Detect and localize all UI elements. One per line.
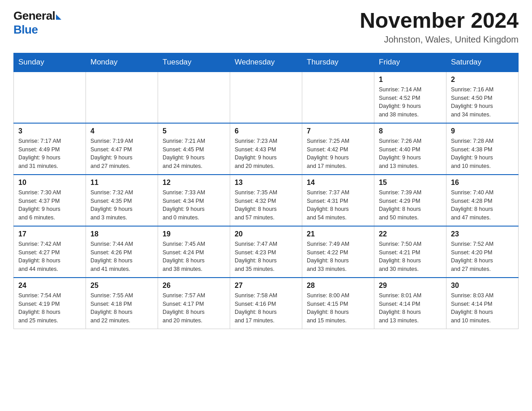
- day-number: 2: [451, 76, 514, 84]
- day-number: 5: [163, 127, 225, 135]
- day-number: 30: [451, 282, 514, 290]
- day-info: Sunrise: 7:16 AM Sunset: 4:50 PM Dayligh…: [451, 86, 514, 119]
- logo: General Blue: [13, 9, 61, 37]
- day-info: Sunrise: 7:49 AM Sunset: 4:22 PM Dayligh…: [307, 240, 369, 274]
- calendar-day-cell: 16Sunrise: 7:40 AM Sunset: 4:28 PM Dayli…: [446, 175, 519, 226]
- calendar-day-cell: 19Sunrise: 7:45 AM Sunset: 4:24 PM Dayli…: [158, 226, 230, 278]
- calendar-day-cell: 17Sunrise: 7:42 AM Sunset: 4:27 PM Dayli…: [14, 226, 86, 278]
- calendar-day-cell: 11Sunrise: 7:32 AM Sunset: 4:35 PM Dayli…: [86, 175, 158, 226]
- day-info: Sunrise: 7:25 AM Sunset: 4:42 PM Dayligh…: [307, 137, 369, 171]
- day-info: Sunrise: 7:37 AM Sunset: 4:31 PM Dayligh…: [307, 188, 369, 222]
- calendar-day-cell: 18Sunrise: 7:44 AM Sunset: 4:26 PM Dayli…: [86, 226, 158, 278]
- calendar-day-cell: 14Sunrise: 7:37 AM Sunset: 4:31 PM Dayli…: [302, 175, 374, 226]
- calendar-day-cell: 21Sunrise: 7:49 AM Sunset: 4:22 PM Dayli…: [302, 226, 374, 278]
- day-number: 28: [307, 282, 369, 290]
- calendar-day-cell: 10Sunrise: 7:30 AM Sunset: 4:37 PM Dayli…: [14, 175, 86, 226]
- day-info: Sunrise: 7:52 AM Sunset: 4:20 PM Dayligh…: [451, 240, 514, 274]
- day-number: 17: [18, 230, 81, 238]
- day-number: 8: [379, 127, 442, 135]
- calendar-day-cell: 15Sunrise: 7:39 AM Sunset: 4:29 PM Dayli…: [374, 175, 446, 226]
- day-info: Sunrise: 7:30 AM Sunset: 4:37 PM Dayligh…: [18, 188, 81, 222]
- location-subtitle: Johnston, Wales, United Kingdom: [360, 34, 519, 45]
- calendar-day-header: Monday: [86, 53, 158, 72]
- day-info: Sunrise: 7:42 AM Sunset: 4:27 PM Dayligh…: [18, 240, 81, 274]
- day-number: 11: [90, 179, 153, 187]
- calendar-day-cell: 4Sunrise: 7:19 AM Sunset: 4:47 PM Daylig…: [86, 123, 158, 175]
- calendar-week-row: 17Sunrise: 7:42 AM Sunset: 4:27 PM Dayli…: [14, 226, 519, 278]
- day-info: Sunrise: 7:17 AM Sunset: 4:49 PM Dayligh…: [18, 137, 81, 171]
- calendar-day-cell: [86, 72, 158, 123]
- calendar-day-cell: 6Sunrise: 7:23 AM Sunset: 4:43 PM Daylig…: [230, 123, 302, 175]
- day-number: 4: [90, 127, 153, 135]
- calendar-day-cell: 13Sunrise: 7:35 AM Sunset: 4:32 PM Dayli…: [230, 175, 302, 226]
- day-info: Sunrise: 7:54 AM Sunset: 4:19 PM Dayligh…: [18, 291, 81, 325]
- calendar-day-cell: 12Sunrise: 7:33 AM Sunset: 4:34 PM Dayli…: [158, 175, 230, 226]
- day-info: Sunrise: 7:50 AM Sunset: 4:21 PM Dayligh…: [379, 240, 442, 274]
- day-info: Sunrise: 7:35 AM Sunset: 4:32 PM Dayligh…: [235, 188, 297, 222]
- calendar-day-cell: 8Sunrise: 7:26 AM Sunset: 4:40 PM Daylig…: [374, 123, 446, 175]
- month-title: November 2024: [360, 9, 519, 33]
- day-number: 22: [379, 230, 442, 238]
- logo-arrow-icon: [56, 14, 61, 20]
- calendar-day-header: Tuesday: [158, 53, 230, 72]
- day-info: Sunrise: 8:01 AM Sunset: 4:14 PM Dayligh…: [379, 291, 442, 325]
- day-number: 19: [163, 230, 225, 238]
- calendar-day-cell: 5Sunrise: 7:21 AM Sunset: 4:45 PM Daylig…: [158, 123, 230, 175]
- day-number: 1: [379, 76, 442, 84]
- day-info: Sunrise: 7:39 AM Sunset: 4:29 PM Dayligh…: [379, 188, 442, 222]
- calendar-day-cell: 29Sunrise: 8:01 AM Sunset: 4:14 PM Dayli…: [374, 278, 446, 329]
- calendar-day-cell: 22Sunrise: 7:50 AM Sunset: 4:21 PM Dayli…: [374, 226, 446, 278]
- day-info: Sunrise: 7:32 AM Sunset: 4:35 PM Dayligh…: [90, 188, 153, 222]
- day-info: Sunrise: 7:26 AM Sunset: 4:40 PM Dayligh…: [379, 137, 442, 171]
- day-info: Sunrise: 7:45 AM Sunset: 4:24 PM Dayligh…: [163, 240, 225, 274]
- calendar-day-cell: 20Sunrise: 7:47 AM Sunset: 4:23 PM Dayli…: [230, 226, 302, 278]
- day-info: Sunrise: 7:19 AM Sunset: 4:47 PM Dayligh…: [90, 137, 153, 171]
- calendar-table: SundayMondayTuesdayWednesdayThursdayFrid…: [13, 53, 519, 329]
- calendar-header-row: SundayMondayTuesdayWednesdayThursdayFrid…: [14, 53, 519, 72]
- day-info: Sunrise: 7:58 AM Sunset: 4:16 PM Dayligh…: [235, 291, 297, 325]
- day-info: Sunrise: 7:55 AM Sunset: 4:18 PM Dayligh…: [90, 291, 153, 325]
- day-number: 12: [163, 179, 225, 187]
- calendar-day-header: Thursday: [302, 53, 374, 72]
- calendar-week-row: 10Sunrise: 7:30 AM Sunset: 4:37 PM Dayli…: [14, 175, 519, 226]
- calendar-day-cell: 1Sunrise: 7:14 AM Sunset: 4:52 PM Daylig…: [374, 72, 446, 123]
- day-info: Sunrise: 8:00 AM Sunset: 4:15 PM Dayligh…: [307, 291, 369, 325]
- day-number: 15: [379, 179, 442, 187]
- day-number: 26: [163, 282, 225, 290]
- page-header: General Blue November 2024 Johnston, Wal…: [13, 9, 519, 45]
- day-info: Sunrise: 7:40 AM Sunset: 4:28 PM Dayligh…: [451, 188, 514, 222]
- day-info: Sunrise: 7:57 AM Sunset: 4:17 PM Dayligh…: [163, 291, 225, 325]
- calendar-day-cell: [302, 72, 374, 123]
- calendar-week-row: 1Sunrise: 7:14 AM Sunset: 4:52 PM Daylig…: [14, 72, 519, 123]
- day-number: 21: [307, 230, 369, 238]
- day-number: 25: [90, 282, 153, 290]
- day-info: Sunrise: 7:21 AM Sunset: 4:45 PM Dayligh…: [163, 137, 225, 171]
- calendar-day-cell: 23Sunrise: 7:52 AM Sunset: 4:20 PM Dayli…: [446, 226, 519, 278]
- day-number: 20: [235, 230, 297, 238]
- day-number: 29: [379, 282, 442, 290]
- day-number: 18: [90, 230, 153, 238]
- logo-general-text: General: [13, 9, 55, 23]
- calendar-day-header: Saturday: [446, 53, 519, 72]
- day-number: 16: [451, 179, 514, 187]
- calendar-day-cell: 2Sunrise: 7:16 AM Sunset: 4:50 PM Daylig…: [446, 72, 519, 123]
- day-number: 9: [451, 127, 514, 135]
- day-info: Sunrise: 7:33 AM Sunset: 4:34 PM Dayligh…: [163, 188, 225, 222]
- calendar-day-cell: 27Sunrise: 7:58 AM Sunset: 4:16 PM Dayli…: [230, 278, 302, 329]
- day-info: Sunrise: 7:23 AM Sunset: 4:43 PM Dayligh…: [235, 137, 297, 171]
- day-number: 14: [307, 179, 369, 187]
- calendar-day-header: Friday: [374, 53, 446, 72]
- calendar-day-cell: 30Sunrise: 8:03 AM Sunset: 4:14 PM Dayli…: [446, 278, 519, 329]
- day-number: 23: [451, 230, 514, 238]
- day-number: 7: [307, 127, 369, 135]
- day-info: Sunrise: 7:14 AM Sunset: 4:52 PM Dayligh…: [379, 86, 442, 119]
- calendar-day-header: Sunday: [14, 53, 86, 72]
- day-number: 3: [18, 127, 81, 135]
- calendar-day-cell: [158, 72, 230, 123]
- calendar-day-cell: 26Sunrise: 7:57 AM Sunset: 4:17 PM Dayli…: [158, 278, 230, 329]
- calendar-day-cell: [230, 72, 302, 123]
- day-number: 6: [235, 127, 297, 135]
- title-block: November 2024 Johnston, Wales, United Ki…: [360, 9, 519, 45]
- day-info: Sunrise: 7:28 AM Sunset: 4:38 PM Dayligh…: [451, 137, 514, 171]
- calendar-week-row: 24Sunrise: 7:54 AM Sunset: 4:19 PM Dayli…: [14, 278, 519, 329]
